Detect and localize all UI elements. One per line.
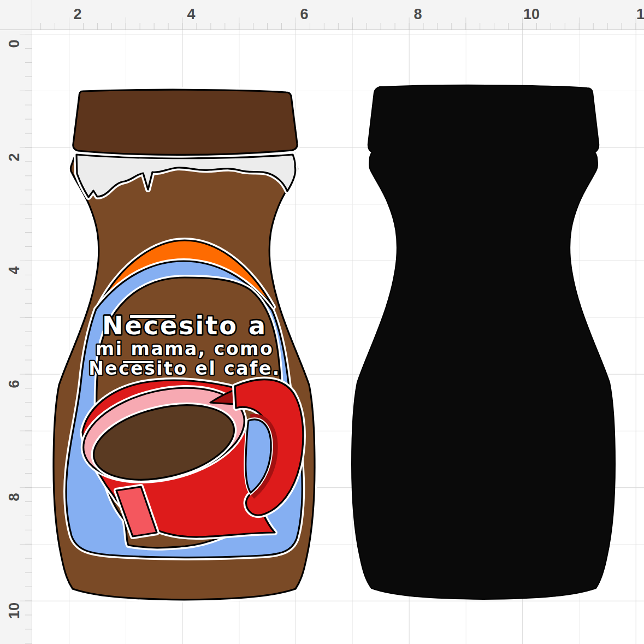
ruler-label: 0 [7, 39, 22, 48]
vertical-ruler: 0 2 4 6 8 10 [0, 30, 32, 644]
design-artboard: Necesito a mi mama, como Necesito el caf… [0, 0, 644, 644]
ruler-label: 10 [523, 7, 540, 22]
ruler-label: 4 [7, 266, 22, 274]
ruler-label: 6 [7, 380, 22, 388]
quote-overline-1 [129, 315, 176, 318]
jar-lid-shape[interactable] [73, 90, 297, 155]
jar-silhouette-shape[interactable] [352, 85, 615, 599]
ruler-label: 8 [7, 493, 22, 501]
ruler-label: 10 [7, 602, 22, 619]
horizontal-ruler: 2 4 6 8 10 12 [32, 0, 644, 30]
ruler-label: 12 [636, 7, 644, 22]
coffee-jar-design[interactable]: Necesito a mi mama, como Necesito el caf… [54, 90, 315, 600]
ruler-label: 4 [187, 7, 195, 22]
ruler-label: 2 [7, 153, 22, 161]
coffee-jar-silhouette[interactable] [352, 85, 615, 599]
ruler-label: 2 [73, 7, 81, 22]
ruler-label: 6 [300, 7, 308, 22]
quote-line-2[interactable]: mi mama, como [96, 338, 274, 359]
ruler-label: 8 [413, 7, 422, 22]
design-canvas-window: 2 4 6 8 10 12 0 2 4 6 8 10 [0, 0, 644, 644]
ruler-corner [0, 0, 32, 30]
quote-line-1[interactable]: Necesito a [102, 311, 267, 340]
quote-overline-2 [122, 361, 154, 364]
quote-line-3[interactable]: Necesito el cafe. [88, 358, 281, 379]
